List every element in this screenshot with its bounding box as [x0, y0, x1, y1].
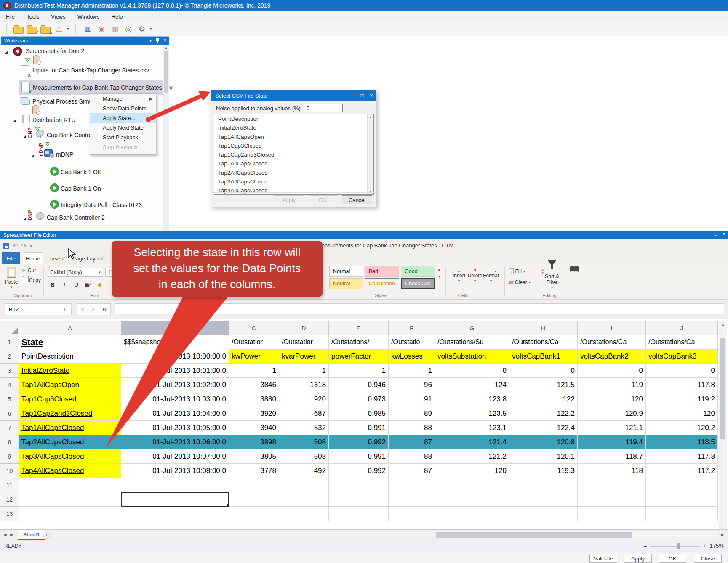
cell-D1[interactable]: /Outstatior	[279, 335, 329, 349]
tree-item-measurements-csv[interactable]: Measurements for Cap Bank-Tap Changer St…	[33, 84, 173, 91]
cell-J9[interactable]: 117.8	[646, 449, 718, 464]
pin-icon[interactable]	[155, 38, 160, 43]
settings-icon[interactable]: ⚙	[136, 24, 147, 35]
add-sheet-icon[interactable]: +	[43, 532, 50, 539]
cell-H7[interactable]: 122.4	[509, 421, 578, 435]
col-header-H[interactable]: H	[509, 321, 578, 335]
cell-A12[interactable]	[19, 492, 121, 507]
bold-button[interactable]: B	[48, 279, 58, 289]
cell-A9[interactable]: Tap3AllCapsClosed	[19, 449, 121, 464]
cell-J8[interactable]: 118.5	[646, 435, 718, 449]
cell-D8[interactable]: 508	[279, 435, 329, 449]
cell-E8[interactable]: 0.992	[329, 435, 389, 449]
minimize-icon[interactable]: –	[348, 90, 357, 101]
cell-C8[interactable]: 3898	[229, 435, 279, 449]
cell-G9[interactable]: 121.2	[435, 449, 509, 464]
state-list-item[interactable]: PointDescription	[214, 114, 373, 123]
row-header-1[interactable]: 1	[0, 335, 19, 349]
cell-I6[interactable]: 120.9	[578, 406, 646, 421]
cell-F3[interactable]: 1	[389, 364, 435, 378]
cell-C13[interactable]	[229, 507, 279, 521]
formula-input[interactable]	[115, 303, 724, 314]
play-icon[interactable]	[50, 167, 59, 176]
cell-G13[interactable]	[435, 507, 509, 521]
style-good[interactable]: Good	[401, 266, 435, 277]
styles-gallery-scroll[interactable]: ▲▼≡	[436, 266, 442, 287]
row-header-13[interactable]: 13	[0, 507, 19, 521]
cell-J4[interactable]: 117.8	[646, 378, 718, 392]
cell-D13[interactable]	[279, 507, 329, 521]
cell-D11[interactable]	[279, 478, 329, 492]
zoom-slider[interactable]	[650, 546, 700, 547]
cell-G1[interactable]: /Outstations/Su	[435, 335, 509, 349]
tab-insert[interactable]: Insert	[46, 252, 67, 264]
scroll-up-icon[interactable]: ▲	[163, 46, 169, 50]
cell-I2[interactable]: voltsCapBank2	[578, 349, 646, 364]
style-check-cell[interactable]: Check Cell	[401, 278, 435, 289]
grid-horizontal-scrollbar[interactable]	[435, 531, 717, 539]
cell-A5[interactable]: Tap1Cap3Closed	[19, 392, 121, 406]
col-header-J[interactable]: J	[646, 321, 718, 335]
sheet-tab-sheet1[interactable]: Sheet1	[18, 530, 45, 540]
cell-E3[interactable]: 1	[329, 364, 389, 378]
cell-I11[interactable]	[578, 478, 646, 492]
cell-I13[interactable]	[578, 507, 646, 521]
cell-B4[interactable]: 01-Jul-2013 10:02:00.0	[121, 378, 229, 392]
cell-I4[interactable]: 119	[578, 378, 646, 392]
row-header-9[interactable]: 9	[0, 449, 19, 464]
cancel-button[interactable]: Cancel	[342, 195, 372, 204]
menu-tools[interactable]: Tools	[21, 12, 45, 21]
tab-file[interactable]: File	[2, 252, 20, 264]
underline-button[interactable]: U	[71, 279, 81, 289]
menu-views[interactable]: Views	[45, 12, 71, 21]
cell-C10[interactable]: 3778	[229, 464, 279, 478]
menu-windows[interactable]: Windows	[72, 12, 106, 21]
cell-C5[interactable]: 3880	[229, 392, 279, 406]
cell-I5[interactable]: 120	[578, 392, 646, 406]
expand-icon[interactable]: ◢	[5, 50, 8, 54]
cell-B2[interactable]: 01-Jul-2013 10:00:00.0	[121, 349, 229, 364]
col-header-E[interactable]: E	[329, 321, 389, 335]
panel-close-icon[interactable]: ×	[162, 37, 168, 43]
col-header-F[interactable]: F	[389, 321, 435, 335]
cell-G5[interactable]: 123.8	[435, 392, 509, 406]
style-bad[interactable]: Bad	[365, 266, 399, 277]
prev-sheet-icon[interactable]: ◀	[3, 532, 7, 537]
clear-button[interactable]: Clear▾	[509, 279, 531, 285]
cell-C4[interactable]: 3846	[229, 378, 279, 392]
save-workspace-icon[interactable]: ✓	[27, 24, 37, 35]
cell-G10[interactable]: 120	[435, 464, 509, 478]
cell-G3[interactable]: 0	[435, 364, 509, 378]
error-list-icon[interactable]: ⚠	[53, 24, 64, 35]
col-header-D[interactable]: D	[279, 321, 329, 335]
cell-B3[interactable]: 01-Jul-2013 10:01:00.0	[121, 364, 229, 378]
cell-F10[interactable]: 87	[389, 464, 435, 478]
cell-F12[interactable]	[389, 492, 435, 507]
undo-icon[interactable]: ↶	[13, 242, 18, 250]
cell-C6[interactable]: 3920	[229, 406, 279, 421]
scroll-right-icon[interactable]: ▶	[721, 532, 724, 537]
close-button[interactable]: Close	[694, 554, 722, 563]
context-item-manage[interactable]: Manage ▶	[90, 94, 156, 104]
cell-B8[interactable]: 01-Jul-2013 10:06:00.0	[121, 435, 229, 449]
cut-button[interactable]: ✂ Cut	[22, 268, 36, 274]
data-points-grid-icon[interactable]: ▦	[83, 24, 93, 35]
cell-I8[interactable]: 119.4	[578, 435, 646, 449]
cell-J7[interactable]: 120.2	[646, 421, 718, 435]
cell-A1[interactable]: State	[19, 335, 121, 349]
format-cells-button[interactable]: ▪ Format▾	[479, 267, 503, 283]
cell-H10[interactable]: 119.3	[509, 464, 578, 478]
col-header-G[interactable]: G	[435, 321, 509, 335]
cell-G12[interactable]	[435, 492, 509, 507]
redo-icon[interactable]: ↷	[21, 242, 27, 250]
zoom-in-icon[interactable]: +	[703, 543, 707, 549]
tree-item-distribution-rtu[interactable]: Distribution RTU	[32, 117, 75, 123]
state-list-item[interactable]: Tap1Cap2and3Closed	[214, 150, 373, 159]
expand-icon[interactable]: ◢	[13, 118, 16, 122]
expand-icon[interactable]: ◢	[23, 217, 26, 221]
validate-button[interactable]: Validate	[589, 554, 617, 563]
cell-E1[interactable]: /Outstations/	[329, 335, 389, 349]
cell-B5[interactable]: 01-Jul-2013 10:03:00.0	[121, 392, 229, 406]
cell-C12[interactable]	[229, 492, 279, 507]
cell-H8[interactable]: 120.8	[509, 435, 578, 449]
